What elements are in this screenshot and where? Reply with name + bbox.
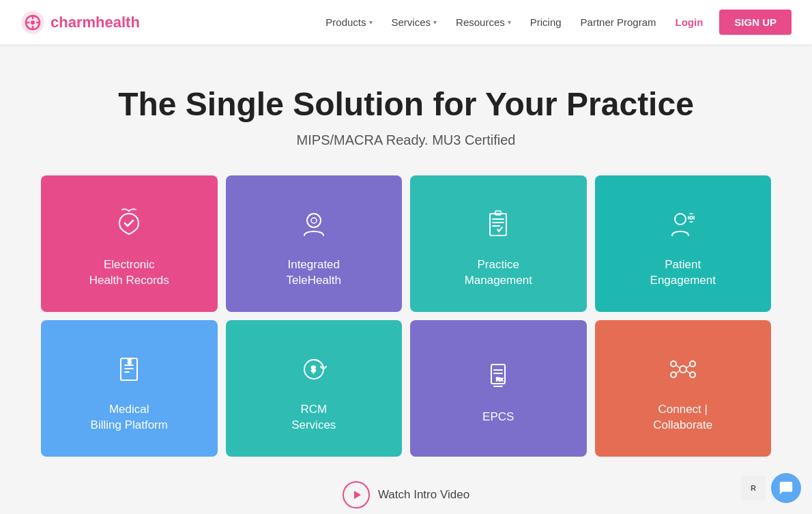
- svg-text:Rx: Rx: [496, 376, 504, 382]
- revain-logo: R: [741, 476, 766, 500]
- svg-line-40: [686, 371, 690, 373]
- nav-pricing-label: Pricing: [530, 16, 562, 28]
- svg-text:$: $: [311, 365, 316, 374]
- navbar: charmhealth Products ▾ Services ▾ Resour…: [0, 0, 812, 44]
- svg-point-36: [690, 372, 695, 377]
- svg-point-8: [311, 218, 317, 223]
- ehr-label: ElectronicHealth Records: [89, 257, 169, 289]
- svg-marker-41: [354, 491, 361, 499]
- svg-point-33: [671, 361, 676, 367]
- svg-point-34: [690, 361, 695, 367]
- pe-label: PatientEngagement: [650, 257, 716, 289]
- epcs-icon: Rx: [476, 355, 520, 399]
- pe-icon: [661, 203, 705, 246]
- connect-label: Connect |Collaborate: [653, 402, 712, 433]
- connect-icon: [661, 347, 705, 391]
- logo[interactable]: charmhealth: [20, 10, 140, 35]
- card-pe[interactable]: PatientEngagement: [595, 175, 772, 312]
- rcm-label: RCMServices: [291, 402, 336, 433]
- nav-partner-label: Partner Program: [581, 16, 656, 28]
- nav-login[interactable]: Login: [667, 11, 711, 33]
- card-rcm[interactable]: $ RCMServices: [226, 320, 403, 457]
- svg-point-32: [680, 366, 686, 373]
- card-ehr[interactable]: ElectronicHealth Records: [41, 175, 218, 312]
- chevron-down-icon: ▾: [369, 18, 373, 26]
- watch-label: Watch Intro Video: [378, 488, 469, 502]
- billing-label: MedicalBilling Platform: [91, 402, 168, 433]
- rcm-icon: $: [292, 347, 336, 391]
- card-telehealth[interactable]: IntegratedTeleHealth: [226, 175, 403, 312]
- telehealth-icon: [292, 203, 336, 246]
- svg-point-35: [671, 372, 676, 377]
- pm-label: PracticeManagement: [465, 257, 532, 289]
- svg-text:$: $: [128, 358, 132, 365]
- nav-partner[interactable]: Partner Program: [572, 11, 665, 33]
- nav-login-label: Login: [675, 16, 703, 28]
- hero-section: The Single Solution for Your Practice MI…: [0, 44, 812, 514]
- hero-heading: The Single Solution for Your Practice: [14, 85, 798, 123]
- card-epcs[interactable]: Rx EPCS: [410, 320, 587, 457]
- nav-products[interactable]: Products ▾: [317, 11, 380, 33]
- svg-point-14: [675, 214, 686, 225]
- svg-line-38: [686, 365, 690, 368]
- nav-products-label: Products: [325, 16, 366, 28]
- nav-resources-label: Resources: [456, 16, 505, 28]
- signup-button[interactable]: SIGN UP: [719, 10, 792, 35]
- logo-health: health: [96, 14, 140, 31]
- chevron-down-icon: ▾: [433, 18, 437, 26]
- nav-resources[interactable]: Resources ▾: [448, 11, 519, 33]
- card-connect[interactable]: Connect |Collaborate: [595, 320, 772, 457]
- svg-line-37: [676, 365, 680, 368]
- svg-point-7: [307, 214, 321, 227]
- svg-line-39: [676, 371, 680, 373]
- chat-bubble[interactable]: [771, 473, 801, 503]
- play-button[interactable]: [343, 481, 370, 509]
- nav-pricing[interactable]: Pricing: [522, 11, 570, 33]
- watch-video-section: Watch Intro Video: [14, 481, 798, 509]
- epcs-label: EPCS: [482, 410, 514, 425]
- pm-icon: [476, 203, 520, 246]
- nav-services-label: Services: [392, 16, 431, 28]
- svg-rect-9: [490, 214, 506, 235]
- billing-icon: $: [107, 347, 151, 391]
- nav-services[interactable]: Services ▾: [383, 11, 446, 33]
- svg-point-15: [690, 216, 693, 219]
- services-grid: ElectronicHealth Records IntegratedTeleH…: [27, 175, 785, 457]
- card-pm[interactable]: PracticeManagement: [410, 175, 587, 312]
- logo-charm: charm: [50, 14, 96, 31]
- telehealth-label: IntegratedTeleHealth: [287, 257, 341, 289]
- revain-widget: R: [741, 473, 801, 503]
- nav-signup[interactable]: SIGN UP: [714, 10, 792, 35]
- svg-point-6: [31, 20, 35, 25]
- card-billing[interactable]: $ MedicalBilling Platform: [41, 320, 218, 457]
- chevron-down-icon: ▾: [508, 18, 511, 26]
- ehr-icon: [107, 203, 151, 246]
- hero-subheading: MIPS/MACRA Ready. MU3 Certified: [14, 132, 798, 148]
